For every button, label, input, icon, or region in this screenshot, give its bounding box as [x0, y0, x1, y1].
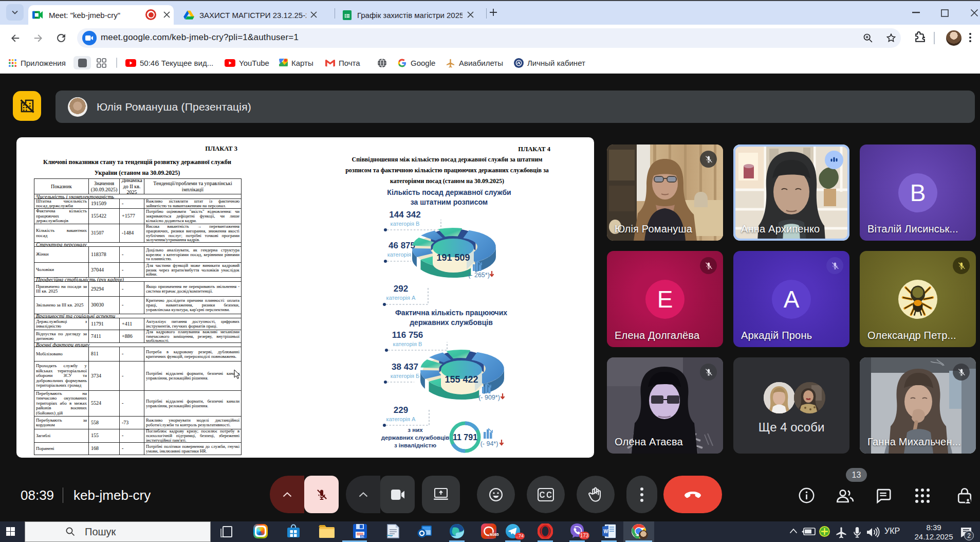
svg-text:229: 229 — [394, 405, 408, 415]
svg-text:191 509: 191 509 — [436, 252, 470, 263]
svg-text:144 342: 144 342 — [389, 210, 420, 220]
svg-text:категорія А: категорія А — [386, 416, 416, 422]
svg-text:(- 265*): (- 265*) — [468, 272, 490, 279]
svg-text:64: 64 — [361, 535, 364, 538]
svg-text:155 422: 155 422 — [445, 374, 478, 385]
svg-text:ПЛАКАТ 4: ПЛАКАТ 4 — [518, 146, 551, 153]
svg-text:Співвідношення між кількістю п: Співвідношення між кількістю посад держа… — [352, 156, 542, 163]
svg-text:категорія В: категорія В — [391, 221, 420, 227]
svg-text:(- 909*): (- 909*) — [478, 394, 500, 401]
svg-text:категорія Б: категорія Б — [387, 251, 417, 258]
svg-text:46 875: 46 875 — [389, 241, 415, 250]
svg-text:державних службовців: державних службовців — [381, 435, 450, 441]
svg-text:розписом та фактичною кількіст: розписом та фактичною кількістю працюючи… — [345, 167, 549, 174]
svg-text:державних службовців: державних службовців — [410, 318, 493, 327]
svg-text:Кількість посад державної служ: Кількість посад державної служби — [387, 188, 511, 196]
svg-text:категорія А: категорія А — [386, 295, 416, 301]
svg-text:(- 94*): (- 94*) — [480, 440, 498, 447]
svg-text:з інвалідністю: з інвалідністю — [394, 442, 436, 448]
svg-text:38 437: 38 437 — [392, 362, 418, 372]
svg-text:Фактична кількість працюючих: Фактична кількість працюючих — [395, 309, 507, 317]
svg-text:292: 292 — [394, 284, 408, 294]
svg-text:категоріями посад (станом на 3: категоріями посад (станом на 30.09.2025) — [390, 177, 504, 185]
svg-text:за штатним розписом: за штатним розписом — [411, 198, 488, 206]
svg-text:категорія Б: категорія Б — [391, 373, 420, 379]
svg-text:категорія В: категорія В — [393, 341, 422, 347]
svg-text:з них: з них — [408, 427, 423, 433]
svg-text:116 756: 116 756 — [392, 330, 423, 340]
svg-text:11 791: 11 791 — [453, 433, 477, 442]
